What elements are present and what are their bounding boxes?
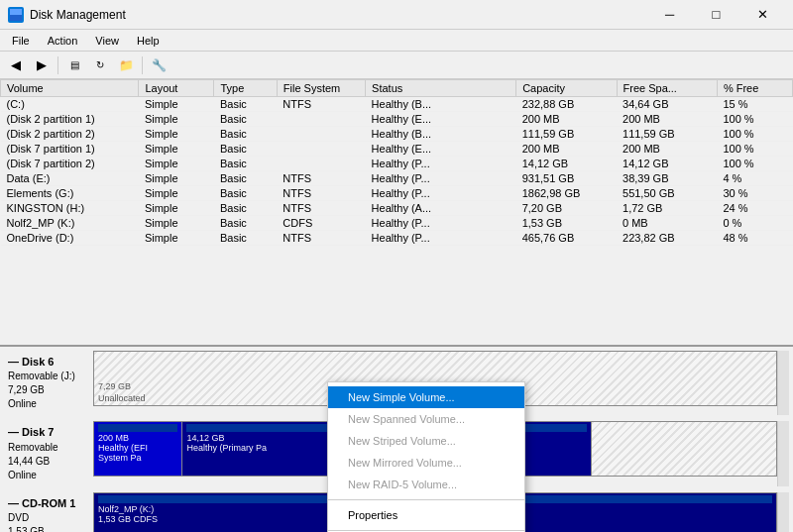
menu-help[interactable]: Help — [129, 33, 168, 49]
ctx-new-simple-volume[interactable]: New Simple Volume... — [328, 386, 524, 408]
table-row[interactable]: KINGSTON (H:) Simple Basic NTFS Healthy … — [1, 201, 793, 216]
forward-button[interactable]: ▶ — [30, 54, 54, 76]
ctx-separator-2 — [328, 530, 524, 531]
scroll-right-6 — [777, 351, 789, 415]
volume-table-area[interactable]: Volume Layout Type File System Status Ca… — [0, 79, 793, 347]
col-header-volume: Volume — [1, 80, 139, 97]
close-button[interactable]: ✕ — [740, 0, 785, 30]
window-title: Disk Management — [30, 8, 126, 22]
table-row[interactable]: (Disk 2 partition 1) Simple Basic Health… — [1, 112, 793, 127]
ctx-properties[interactable]: Properties — [328, 504, 524, 526]
refresh-button[interactable]: ↻ — [88, 54, 112, 76]
minimize-button[interactable]: ─ — [647, 0, 692, 30]
cell-volume: OneDrive (D:) — [1, 231, 139, 246]
back-button[interactable]: ◀ — [4, 54, 28, 76]
ctx-new-raid5-volume[interactable]: New RAID-5 Volume... — [328, 474, 524, 495]
cell-pct: 100 % — [717, 157, 792, 171]
cell-free: 200 MB — [617, 112, 717, 127]
cell-type: Basic — [214, 171, 277, 186]
ctx-separator-1 — [328, 499, 524, 500]
cell-layout: Simple — [139, 142, 214, 157]
toolbar-separator-2 — [142, 56, 143, 74]
cell-capacity: 7,20 GB — [516, 201, 617, 216]
table-row[interactable]: OneDrive (D:) Simple Basic NTFS Healthy … — [1, 231, 793, 246]
toolbar-separator-1 — [57, 56, 58, 74]
svg-rect-1 — [10, 15, 22, 21]
col-header-status: Status — [366, 80, 516, 97]
cell-fs: NTFS — [277, 171, 365, 186]
cell-capacity: 200 MB — [516, 112, 617, 127]
cell-type: Basic — [214, 216, 277, 231]
disk-7-efi[interactable]: 200 MB Healthy (EFI System Pa — [94, 422, 182, 476]
folder-button[interactable]: 📁 — [114, 54, 138, 76]
ctx-new-striped-volume[interactable]: New Striped Volume... — [328, 430, 524, 452]
disk-area: — Disk 6 Removable (J:) 7,29 GB Online 7… — [0, 347, 793, 532]
cell-capacity: 111,59 GB — [516, 127, 617, 142]
cell-free: 34,64 GB — [617, 97, 717, 112]
disk-7-unalloc[interactable] — [592, 422, 776, 476]
cell-pct: 15 % — [717, 97, 792, 112]
cell-free: 38,39 GB — [617, 171, 717, 186]
cell-pct: 100 % — [717, 142, 792, 157]
cell-status: Healthy (B... — [366, 127, 516, 142]
cell-fs: NTFS — [277, 201, 365, 216]
disk-6-label: — Disk 6 Removable (J:) 7,29 GB Online — [4, 351, 93, 415]
cell-capacity: 1862,98 GB — [516, 186, 617, 201]
cell-pct: 100 % — [717, 112, 792, 127]
cell-volume: (C:) — [1, 97, 139, 112]
cell-capacity: 200 MB — [516, 142, 617, 157]
window-controls: ─ □ ✕ — [647, 0, 785, 30]
cell-capacity: 465,76 GB — [516, 231, 617, 246]
cell-status: Healthy (P... — [366, 157, 516, 171]
cell-layout: Simple — [139, 127, 214, 142]
col-header-type: Type — [214, 80, 277, 97]
ctx-new-mirrored-volume[interactable]: New Mirrored Volume... — [328, 452, 524, 474]
cell-type: Basic — [214, 142, 277, 157]
cell-free: 551,50 GB — [617, 186, 717, 201]
cell-layout: Simple — [139, 157, 214, 171]
col-header-layout: Layout — [139, 80, 214, 97]
table-row[interactable]: Elements (G:) Simple Basic NTFS Healthy … — [1, 186, 793, 201]
col-header-capacity: Capacity — [516, 80, 617, 97]
cell-volume: (Disk 2 partition 2) — [1, 127, 139, 142]
view-button[interactable]: ▤ — [62, 54, 86, 76]
cell-layout: Simple — [139, 171, 214, 186]
cell-pct: 48 % — [717, 231, 792, 246]
cell-status: Healthy (P... — [366, 231, 516, 246]
cell-layout: Simple — [139, 216, 214, 231]
cell-fs — [277, 142, 365, 157]
cell-layout: Simple — [139, 97, 214, 112]
cell-fs — [277, 112, 365, 127]
table-row[interactable]: (C:) Simple Basic NTFS Healthy (B... 232… — [1, 97, 793, 112]
menu-file[interactable]: File — [4, 33, 38, 49]
cell-capacity: 931,51 GB — [516, 171, 617, 186]
col-header-free: Free Spa... — [617, 80, 717, 97]
cell-volume: Elements (G:) — [1, 186, 139, 201]
maximize-button[interactable]: □ — [694, 0, 738, 30]
table-row[interactable]: Data (E:) Simple Basic NTFS Healthy (P..… — [1, 171, 793, 186]
cell-status: Healthy (E... — [366, 142, 516, 157]
scroll-right-cdrom — [777, 492, 789, 532]
cell-status: Healthy (A... — [366, 201, 516, 216]
menu-view[interactable]: View — [87, 33, 127, 49]
col-header-pct: % Free — [717, 80, 792, 97]
cell-volume: (Disk 7 partition 1) — [1, 142, 139, 157]
table-row[interactable]: (Disk 2 partition 2) Simple Basic Health… — [1, 127, 793, 142]
table-row[interactable]: (Disk 7 partition 2) Simple Basic Health… — [1, 157, 793, 171]
cell-volume: Nolf2_MP (K:) — [1, 216, 139, 231]
settings-button[interactable]: 🔧 — [147, 54, 170, 76]
table-row[interactable]: Nolf2_MP (K:) Simple Basic CDFS Healthy … — [1, 216, 793, 231]
table-row[interactable]: (Disk 7 partition 1) Simple Basic Health… — [1, 142, 793, 157]
ctx-new-spanned-volume[interactable]: New Spanned Volume... — [328, 408, 524, 430]
cell-fs: CDFS — [277, 216, 365, 231]
menu-action[interactable]: Action — [40, 33, 86, 49]
cell-layout: Simple — [139, 186, 214, 201]
cell-type: Basic — [214, 201, 277, 216]
cell-status: Healthy (P... — [366, 171, 516, 186]
cell-fs: NTFS — [277, 186, 365, 201]
cell-type: Basic — [214, 127, 277, 142]
svg-rect-0 — [10, 9, 22, 15]
cdrom-1-label: — CD-ROM 1 DVD 1,53 GB — [4, 492, 93, 532]
cell-volume: (Disk 2 partition 1) — [1, 112, 139, 127]
cell-status: Healthy (B... — [366, 97, 516, 112]
